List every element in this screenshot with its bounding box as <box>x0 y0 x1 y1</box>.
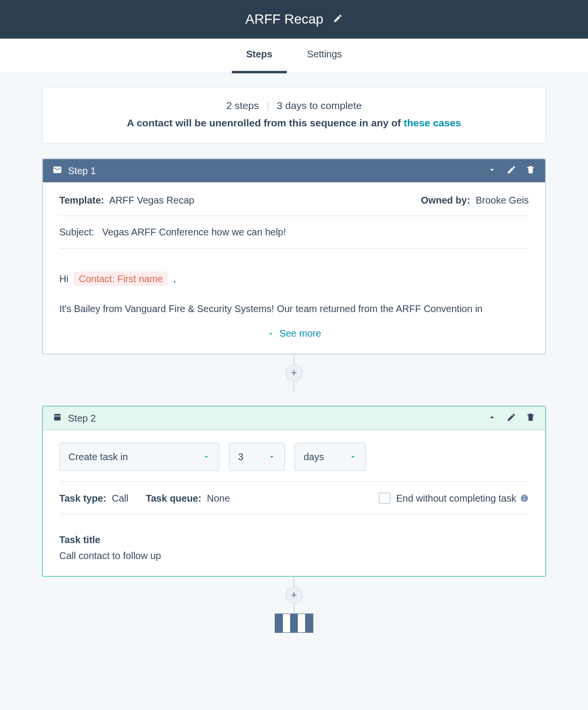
end-without-label: End without completing task <box>396 493 516 504</box>
create-task-in-select[interactable]: Create task in <box>59 443 219 471</box>
tab-settings[interactable]: Settings <box>307 39 342 73</box>
select-label: 3 <box>238 451 243 463</box>
edit-step-icon[interactable] <box>507 165 516 177</box>
task-title-label: Task title <box>59 534 529 546</box>
task-type-value: Call <box>112 493 128 504</box>
add-step-button[interactable]: + <box>285 587 303 604</box>
edit-title-icon[interactable] <box>333 14 343 25</box>
connector-line <box>294 604 294 614</box>
template-value: ARFF Vegas Recap <box>109 195 194 205</box>
connector-line <box>294 382 294 391</box>
subject-label: Subject: <box>59 227 94 237</box>
chevron-up-icon[interactable] <box>487 412 497 424</box>
email-body-preview: Hi Contact: First name , It's Bailey fro… <box>59 259 529 316</box>
divider: | <box>267 100 269 111</box>
body-comma: , <box>174 273 176 284</box>
step-1-title: Step 1 <box>68 165 481 177</box>
delay-unit-select[interactable]: days <box>294 443 366 471</box>
task-icon <box>53 412 62 424</box>
chevron-down-icon <box>349 453 357 461</box>
email-icon <box>53 165 62 177</box>
template-label: Template: <box>59 195 104 205</box>
select-label: days <box>304 451 324 463</box>
delete-step-icon[interactable] <box>526 165 535 177</box>
summary-steps-count: 2 steps <box>226 100 259 111</box>
step-2-title: Step 2 <box>68 413 481 424</box>
end-without-completing-checkbox[interactable] <box>379 492 390 504</box>
task-queue-value: None <box>207 493 230 504</box>
connector-line <box>294 577 294 587</box>
task-type-label: Task type: <box>59 493 106 504</box>
see-more-button[interactable]: See more <box>59 328 529 339</box>
chevron-down-icon[interactable] <box>487 165 497 177</box>
step-2-card: Step 2 Create task in 3 days <box>42 406 546 577</box>
add-step-button[interactable]: + <box>285 364 303 382</box>
see-more-label: See more <box>280 328 321 339</box>
task-queue-label: Task queue: <box>146 493 201 504</box>
connector-line <box>294 355 294 364</box>
select-label: Create task in <box>68 451 128 463</box>
chevron-down-icon <box>202 453 210 461</box>
chevron-down-icon <box>267 330 275 338</box>
personalization-token[interactable]: Contact: First name <box>74 272 168 286</box>
tab-steps[interactable]: Steps <box>246 39 272 73</box>
step-1-card: Step 1 Template: ARFF Vegas Recap Owned … <box>42 158 546 355</box>
owned-by-label: Owned by: <box>421 195 470 205</box>
finish-flag-icon <box>275 614 313 633</box>
task-title-value: Call contact to follow up <box>59 550 161 561</box>
delay-number-select[interactable]: 3 <box>229 443 285 471</box>
subject-value: Vegas ARFF Conference how we can help! <box>102 227 286 237</box>
delete-step-icon[interactable] <box>526 412 535 424</box>
unenroll-text: A contact will be unenrolled from this s… <box>127 117 403 128</box>
chevron-down-icon <box>268 453 276 461</box>
unenroll-cases-link[interactable]: these cases <box>404 117 461 128</box>
sequence-summary: 2 steps | 3 days to complete A contact w… <box>42 87 546 144</box>
body-paragraph: It's Bailey from Vanguard Fire & Securit… <box>59 301 529 316</box>
summary-days: 3 days to complete <box>277 100 361 111</box>
info-icon[interactable] <box>520 494 529 503</box>
edit-step-icon[interactable] <box>507 412 516 424</box>
owned-by-value: Brooke Geis <box>476 195 529 205</box>
page-title: ARFF Recap <box>245 12 323 27</box>
body-hi: Hi <box>59 273 68 284</box>
